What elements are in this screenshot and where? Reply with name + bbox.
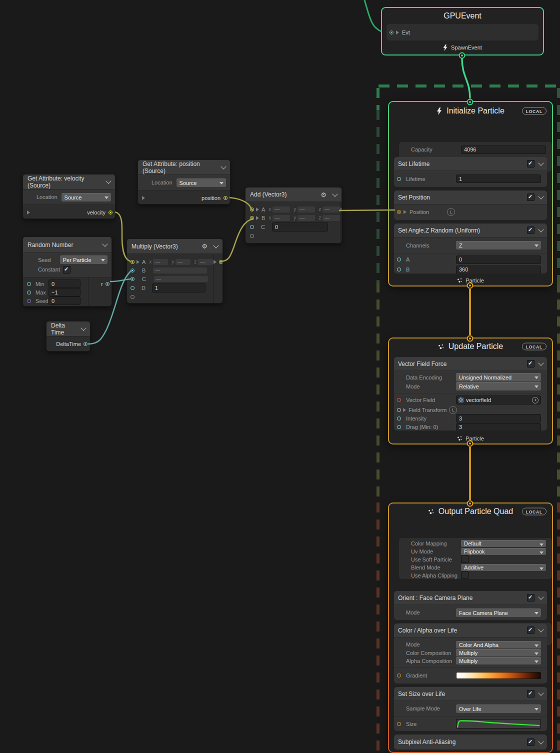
min-port[interactable] — [27, 282, 31, 286]
use-alpha-clipping-checkbox[interactable] — [461, 572, 468, 579]
min-field[interactable]: 0 — [48, 280, 80, 288]
use-soft-particle-checkbox[interactable] — [461, 556, 468, 563]
add-a-expand-icon[interactable] — [256, 208, 259, 212]
multiply-more-port[interactable] — [130, 295, 134, 299]
drag-field[interactable]: 3 — [456, 423, 541, 431]
node-add-vector3[interactable]: Add (Vector3) ⚙ A x— y— z— B x— — [245, 187, 342, 244]
color-mapping-dropdown[interactable]: Default — [461, 540, 546, 547]
position-space-icon[interactable]: L — [447, 208, 455, 216]
node-initialize-particle[interactable]: Initialize Particle LOCAL Capacity 4096 … — [388, 101, 553, 286]
evt-expand-icon[interactable] — [396, 30, 399, 34]
set-angle-checkbox[interactable] — [527, 226, 534, 234]
vff-collapse-icon[interactable] — [538, 360, 544, 366]
evt-input-port[interactable] — [390, 30, 394, 34]
orient-collapse-icon[interactable] — [538, 594, 544, 600]
velocity-output-port[interactable] — [108, 210, 112, 214]
multiply-collapse-icon[interactable] — [213, 242, 218, 248]
orient-checkbox[interactable] — [527, 594, 534, 602]
node-gpu-event[interactable]: GPUEvent Evt SpawnEvent — [381, 7, 544, 56]
get-velocity-collapse-icon[interactable] — [106, 178, 111, 184]
color-alpha-collapse-icon[interactable] — [538, 626, 544, 632]
random-output-port[interactable] — [106, 282, 110, 286]
intensity-field[interactable]: 3 — [456, 414, 541, 422]
location-dropdown[interactable]: Source — [62, 193, 111, 202]
velocity-expand-icon[interactable] — [27, 210, 30, 214]
add-a-x-field[interactable]: — — [272, 206, 290, 212]
add-c-field[interactable]: 0 — [272, 222, 328, 232]
vff-mode-dropdown[interactable]: Relative — [456, 382, 541, 390]
node-multiply-vector3[interactable]: Multiply (Vector3) ⚙ A x— y— z— B — — [126, 238, 223, 304]
position-expand-icon[interactable] — [142, 196, 145, 200]
orient-mode-dropdown[interactable]: Face Camera Plane — [456, 608, 541, 617]
add-b-x-field[interactable]: — — [272, 215, 290, 221]
vff-checkbox[interactable] — [527, 360, 534, 368]
sample-mode-dropdown[interactable]: Over Life — [456, 704, 541, 713]
subpixel-checkbox[interactable] — [527, 738, 534, 746]
set-angle-collapse-icon[interactable] — [538, 226, 544, 232]
add-out-expand-icon[interactable] — [340, 208, 342, 212]
set-size-checkbox[interactable] — [527, 690, 534, 698]
multiply-c-port[interactable] — [130, 277, 134, 281]
delta-time-collapse-icon[interactable] — [80, 325, 86, 330]
vfx-graph-canvas[interactable]: GPUEvent Evt SpawnEvent Initialize Parti… — [0, 0, 560, 753]
multiply-a-port[interactable] — [130, 260, 134, 264]
position-port[interactable] — [397, 210, 401, 214]
vector-field-object[interactable]: vectorfield — [456, 396, 541, 404]
block-vector-field-force[interactable]: Vector Field Force Data Encoding Unsigne… — [394, 357, 547, 430]
add-b-expand-icon[interactable] — [256, 216, 259, 220]
multiply-a-x-field[interactable]: — — [153, 259, 168, 265]
block-set-lifetime[interactable]: Set Lifetime Lifetime 1 — [394, 157, 547, 187]
initialize-title-bar[interactable]: Initialize Particle LOCAL — [394, 102, 547, 120]
max-field[interactable]: −1 — [48, 288, 80, 296]
add-b-port[interactable] — [250, 216, 254, 220]
field-transform-port[interactable] — [397, 408, 401, 412]
block-set-size[interactable]: Set Size over Life Sample Mode Over Life… — [394, 687, 547, 731]
block-orient[interactable]: Orient : Face Camera Plane Mode Face Cam… — [394, 591, 547, 620]
constant-checkbox[interactable] — [63, 266, 70, 274]
set-lifetime-collapse-icon[interactable] — [538, 160, 544, 166]
multiply-c-field[interactable]: — — [154, 276, 208, 282]
output-title-bar[interactable]: Output Particle Quad LOCAL — [394, 504, 547, 520]
angle-b-port[interactable] — [397, 268, 401, 272]
add-settings-gear-icon[interactable]: ⚙ — [320, 192, 326, 198]
multiply-a-z-field[interactable]: — — [198, 259, 213, 265]
multiply-output-port[interactable] — [219, 260, 223, 264]
node-update-particle[interactable]: Update Particle LOCAL Vector Field Force… — [388, 338, 553, 444]
node-delta-time[interactable]: Delta Time DeltaTime — [46, 321, 90, 352]
multiply-a-expand-icon[interactable] — [136, 260, 140, 264]
get-position-collapse-icon[interactable] — [220, 164, 226, 169]
size-port[interactable] — [397, 722, 401, 726]
set-size-collapse-icon[interactable] — [538, 690, 544, 696]
position-expand-icon[interactable] — [404, 210, 406, 214]
block-subpixel[interactable]: Subpixel Anti-Aliasing — [394, 734, 547, 750]
lifetime-field[interactable]: 1 — [456, 174, 541, 183]
field-transform-expand-icon[interactable] — [403, 408, 406, 412]
field-transform-space-icon[interactable]: L — [449, 406, 457, 414]
angle-b-field[interactable]: 360 — [456, 266, 541, 274]
node-get-position[interactable]: Get Attribute: position (Source) Locatio… — [138, 160, 230, 204]
alpha-comp-dropdown[interactable]: Multiply — [456, 657, 541, 664]
color-comp-dropdown[interactable]: Multiply — [456, 649, 541, 656]
update-title-bar[interactable]: Update Particle LOCAL — [394, 338, 547, 354]
blend-mode-dropdown[interactable]: Additive — [461, 564, 546, 571]
channels-dropdown[interactable]: Z — [456, 241, 541, 250]
get-position-title-bar[interactable]: Get Attribute: position (Source) — [138, 160, 230, 175]
color-alpha-checkbox[interactable] — [527, 626, 534, 634]
delta-time-title-bar[interactable]: Delta Time — [46, 322, 90, 336]
angle-a-port[interactable] — [397, 258, 401, 262]
capacity-field[interactable]: 4096 — [461, 146, 546, 154]
add-c-port[interactable] — [250, 225, 254, 229]
seed-port[interactable] — [27, 299, 31, 303]
delta-time-output-port[interactable] — [84, 342, 88, 346]
add-a-y-field[interactable]: — — [298, 206, 315, 212]
max-port[interactable] — [27, 290, 31, 294]
multiply-title-bar[interactable]: Multiply (Vector3) ⚙ — [127, 239, 222, 254]
size-curve-widget[interactable] — [456, 719, 541, 728]
seed-dropdown[interactable]: Per Particle — [60, 256, 108, 264]
location-dropdown[interactable]: Source — [176, 178, 226, 187]
block-set-angle[interactable]: Set Angle.Z Random (Uniform) Channels Z … — [394, 224, 547, 274]
angle-a-field[interactable]: 0 — [456, 256, 541, 264]
random-title-bar[interactable]: Random Number — [23, 237, 112, 253]
add-a-z-field[interactable]: — — [322, 206, 340, 212]
multiply-b-port[interactable] — [130, 268, 134, 272]
